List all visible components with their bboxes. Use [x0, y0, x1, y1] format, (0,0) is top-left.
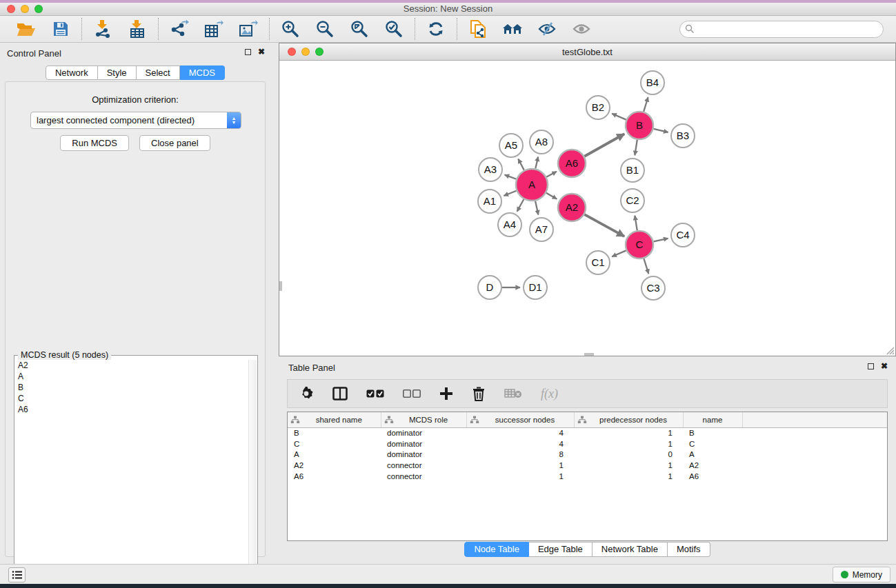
task-history-button[interactable]: [8, 567, 26, 582]
table-cell[interactable]: 4: [466, 427, 574, 438]
tab-mcds[interactable]: MCDS: [180, 65, 225, 80]
table-cell[interactable]: A2: [288, 460, 381, 471]
tab-style[interactable]: Style: [98, 65, 137, 80]
edge-C-C1[interactable]: [612, 250, 626, 256]
edge-C-C2[interactable]: [635, 216, 637, 231]
select-all-columns-icon[interactable]: [366, 389, 384, 398]
node-A8[interactable]: A8: [530, 130, 553, 154]
close-network-button[interactable]: [288, 48, 296, 56]
zoom-window-button[interactable]: [34, 5, 43, 13]
node-C4[interactable]: C4: [671, 223, 695, 247]
table-cell[interactable]: C: [288, 438, 381, 449]
node-C[interactable]: C: [626, 231, 653, 258]
zoom-out-icon[interactable]: [315, 19, 335, 39]
table-tab-motifs[interactable]: Motifs: [668, 542, 710, 557]
table-cell[interactable]: A: [683, 449, 742, 460]
table-cell[interactable]: A: [288, 449, 381, 460]
table-cell[interactable]: connector: [381, 471, 466, 482]
tab-select[interactable]: Select: [137, 65, 180, 80]
mcds-result-item[interactable]: C: [15, 393, 248, 404]
table-cell[interactable]: connector: [381, 460, 466, 471]
edge-B-B3[interactable]: [653, 129, 668, 132]
edge-B-B1[interactable]: [635, 140, 637, 156]
node-C3[interactable]: C3: [641, 276, 665, 300]
table-cell[interactable]: B: [683, 427, 742, 438]
node-A6[interactable]: A6: [558, 150, 586, 177]
toggle-column-view-icon[interactable]: [332, 387, 348, 401]
node-B[interactable]: B: [626, 112, 653, 139]
minimize-window-button[interactable]: [21, 5, 29, 13]
criterion-dropdown[interactable]: largest connected component (directed) ▲…: [30, 112, 241, 129]
run-mcds-button[interactable]: Run MCDS: [60, 135, 129, 151]
edge-A-A2[interactable]: [546, 193, 557, 199]
table-cell[interactable]: B: [288, 427, 381, 438]
table-cell[interactable]: 1: [574, 427, 683, 438]
add-column-plus-icon[interactable]: [439, 387, 453, 401]
mcds-result-item[interactable]: A6: [15, 404, 248, 415]
function-builder-fx-icon[interactable]: f(x): [541, 387, 558, 401]
tab-network[interactable]: Network: [46, 65, 98, 80]
export-network-icon[interactable]: [169, 19, 190, 39]
table-cell[interactable]: A6: [683, 471, 742, 482]
node-A7[interactable]: A7: [530, 218, 553, 241]
table-cell[interactable]: dominator: [381, 438, 466, 449]
edge-A-A3[interactable]: [505, 175, 517, 179]
table-cell[interactable]: 4: [466, 438, 574, 449]
export-table-icon[interactable]: [203, 19, 224, 39]
refresh-view-icon[interactable]: [426, 19, 446, 39]
table-settings-gear-icon[interactable]: [299, 386, 314, 401]
search-input[interactable]: [679, 21, 884, 38]
edge-A-A1[interactable]: [504, 191, 516, 196]
import-table-icon[interactable]: [127, 19, 148, 39]
edge-A-A6[interactable]: [546, 172, 557, 177]
import-network-icon[interactable]: [92, 19, 113, 39]
table-tab-edge-table[interactable]: Edge Table: [529, 542, 593, 557]
home-view-icon[interactable]: [502, 19, 523, 39]
edge-B-B2[interactable]: [612, 114, 626, 120]
node-D1[interactable]: D1: [524, 276, 547, 299]
result-scrollbar[interactable]: [248, 360, 257, 585]
column-header-MCDS-role[interactable]: MCDS role: [381, 412, 466, 427]
edge-A-A4[interactable]: [517, 199, 524, 212]
table-row[interactable]: A6connector11A6: [288, 471, 887, 482]
node-A3[interactable]: A3: [479, 158, 502, 181]
memory-button[interactable]: Memory: [833, 567, 890, 582]
table-cell[interactable]: 0: [574, 449, 683, 460]
zoom-fit-icon[interactable]: [349, 19, 370, 39]
table-cell[interactable]: 1: [574, 460, 683, 471]
delete-table-icon[interactable]: [504, 388, 522, 399]
table-cell[interactable]: 1: [574, 438, 683, 449]
minimize-network-button[interactable]: [301, 48, 310, 56]
network-window-titlebar[interactable]: testGlobe.txt: [279, 43, 895, 61]
float-table-panel-icon[interactable]: [868, 363, 874, 369]
close-panel-icon[interactable]: ✖: [258, 48, 265, 55]
column-header-name[interactable]: name: [683, 412, 742, 427]
maximize-network-button[interactable]: [315, 48, 323, 56]
delete-column-trash-icon[interactable]: [472, 386, 486, 401]
node-B2[interactable]: B2: [586, 96, 610, 119]
export-image-icon[interactable]: [238, 19, 259, 39]
table-cell[interactable]: 1: [466, 460, 574, 471]
float-panel-icon[interactable]: [245, 49, 251, 55]
column-header-shared-name[interactable]: shared name: [288, 412, 381, 427]
node-A2[interactable]: A2: [558, 194, 586, 221]
mcds-result-item[interactable]: A2: [15, 360, 248, 371]
node-A5[interactable]: A5: [499, 134, 523, 157]
table-cell[interactable]: A6: [288, 471, 381, 482]
mcds-result-item[interactable]: B: [15, 382, 248, 393]
resize-grip-icon[interactable]: [885, 345, 895, 355]
mcds-result-item[interactable]: A: [15, 371, 248, 382]
deselect-all-columns-icon[interactable]: [403, 389, 421, 398]
column-header-successor-nodes[interactable]: successor nodes: [466, 412, 574, 427]
edge-C-C4[interactable]: [653, 239, 668, 242]
node-D[interactable]: D: [478, 276, 501, 299]
node-A4[interactable]: A4: [498, 213, 521, 236]
zoom-selected-icon[interactable]: [384, 19, 404, 39]
show-network-eye-icon[interactable]: [571, 19, 592, 39]
table-row[interactable]: A2connector11A2: [288, 460, 887, 471]
edge-A-A8[interactable]: [535, 156, 538, 168]
window-edge-handle[interactable]: [279, 281, 282, 291]
hide-network-eye-icon[interactable]: [537, 19, 557, 39]
close-table-panel-icon[interactable]: ✖: [881, 363, 888, 369]
table-cell[interactable]: 1: [466, 471, 574, 482]
